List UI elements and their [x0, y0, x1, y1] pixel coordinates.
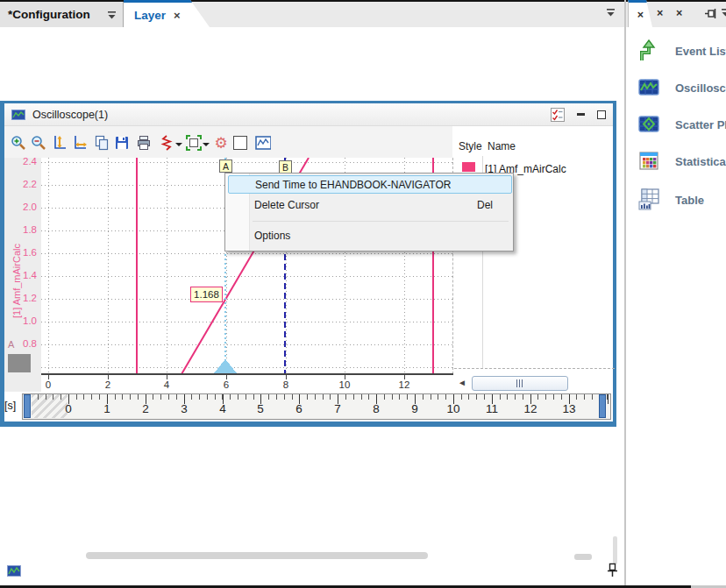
y-tick-label: 1.0 [4, 315, 37, 326]
x-axis-line [41, 373, 453, 375]
zoom-in-icon[interactable] [11, 135, 26, 151]
oscilloscope-window-icon [11, 110, 25, 120]
main-vertical-scrollbar[interactable] [613, 536, 617, 564]
ruler-tick-label: 9 [397, 402, 432, 415]
ruler-tick-label: 2 [128, 402, 163, 415]
cursor-a-flag-label: A [223, 161, 229, 172]
fit-horizontal-icon[interactable] [72, 135, 88, 151]
tab-layer-close-icon[interactable]: × [174, 9, 181, 22]
main-horizontal-scrollbar[interactable] [86, 552, 428, 559]
ruler-tick-label: 7 [320, 402, 355, 415]
signal-cursor-icon[interactable] [159, 135, 174, 151]
x-tick-label: 2 [97, 379, 118, 390]
sidebar-item-statistical-data[interactable]: Statistical Data [638, 151, 726, 174]
name-column-header: Name [488, 140, 516, 152]
signal-list-icon[interactable] [551, 108, 565, 122]
tab-configuration-label: *Configuration [8, 8, 90, 21]
ruler-range-handle-right[interactable] [599, 394, 606, 418]
dock-tab-2-close-icon[interactable]: × [657, 7, 663, 19]
dock-tab-3-close-icon[interactable]: × [676, 7, 682, 19]
minimize-icon[interactable] [577, 113, 585, 116]
cursor-b-flag[interactable]: B [279, 160, 292, 174]
signal-cursor-dropdown-icon[interactable] [175, 143, 182, 146]
cursor-value-text: 1.168 [194, 289, 219, 300]
ruler-tick-label: 3 [167, 402, 202, 415]
context-menu: Send Time to EHANDBOOK-NAVIGATOR Delete … [224, 173, 514, 251]
cursor-b-flag-label: B [282, 162, 288, 173]
menu-item-send-time[interactable]: Send Time to EHANDBOOK-NAVIGATOR [228, 175, 512, 194]
signal-style-swatch[interactable] [462, 162, 475, 172]
menu-item-label: Delete Cursor [254, 199, 319, 211]
menu-item-label: Options [254, 230, 290, 242]
maximize-icon[interactable] [597, 110, 606, 119]
ruler-tick-label: 12 [513, 402, 548, 415]
y-tick-label: 2.4 [4, 156, 37, 166]
x-tick-label: 12 [394, 379, 415, 390]
scope-display-icon[interactable] [255, 135, 271, 151]
menu-separator [253, 221, 509, 222]
y-tick-label: 2.0 [4, 202, 37, 212]
sidebar-item-scatter-plot[interactable]: Scatter Plot [638, 114, 726, 137]
ruler-range-handle-left[interactable] [24, 394, 31, 418]
tool-sidebar: Event List Oscilloscope Scatter Plot [628, 27, 726, 588]
scroll-left-arrow-icon[interactable]: ◄ [458, 378, 466, 387]
pin-icon[interactable] [705, 7, 718, 20]
ruler-tick-label: 1 [89, 402, 125, 415]
dock-divider [624, 0, 626, 588]
horizontal-scrollbar-thumb[interactable] [472, 376, 568, 391]
menu-item-label: Send Time to EHANDBOOK-NAVIGATOR [255, 179, 451, 191]
x-tick-label: 0 [38, 379, 59, 390]
zoom-selection-icon[interactable] [186, 135, 202, 151]
chevron-down-icon[interactable] [107, 11, 117, 20]
save-icon[interactable] [114, 135, 130, 151]
unpin-icon[interactable] [607, 563, 618, 578]
sidebar-item-label: Event List [675, 45, 726, 58]
ruler-tick-label: 5 [243, 402, 278, 415]
ruler-tick-label: 6 [281, 402, 317, 415]
sidebar-item-event-list[interactable]: Event List [638, 40, 726, 63]
panel-bottom-boundary [454, 368, 615, 369]
statistical-data-icon [638, 151, 659, 172]
sidebar-item-label: Table [675, 194, 704, 207]
cursor-value-label: 1.168 [190, 287, 223, 302]
dock-chevron-icon[interactable] [721, 9, 726, 18]
cursor-a-flag[interactable]: A [219, 159, 232, 173]
copy-icon[interactable] [94, 135, 110, 151]
y-tick-label: 1.8 [4, 224, 37, 235]
tab-list-chevron-icon[interactable] [606, 9, 616, 18]
x-tick-label: 10 [334, 379, 355, 390]
y-axis-cursor-a-marker: A [8, 339, 14, 350]
fit-vertical-icon[interactable] [52, 135, 68, 151]
oscilloscope-icon [638, 77, 659, 98]
sidebar-item-oscilloscope[interactable]: Oscilloscope [638, 77, 726, 100]
menu-item-shortcut: Del [477, 199, 493, 211]
y-tick-label: 1.6 [4, 247, 37, 258]
menu-item-options[interactable]: Options [228, 226, 512, 244]
ruler-unit-label: [s] [4, 400, 16, 412]
ruler-tick-label: 11 [474, 402, 509, 415]
menu-item-delete-cursor[interactable]: Delete Cursor Del [228, 195, 512, 214]
ruler-tick-label: 13 [552, 402, 587, 415]
oscilloscope-titlebar[interactable]: Oscilloscope(1) [4, 103, 613, 126]
application-window: *Configuration Layer × × × × Event List [0, 0, 726, 588]
dock-tab-1-close-icon[interactable]: × [637, 9, 644, 21]
empty-box-icon[interactable] [233, 136, 247, 150]
x-tick-label: 4 [156, 379, 177, 390]
tab-configuration[interactable]: *Configuration [0, 2, 124, 27]
oscilloscope-mini-icon[interactable] [7, 565, 21, 577]
print-icon[interactable] [136, 135, 152, 151]
sidebar-item-table[interactable]: Table [638, 188, 726, 212]
oscilloscope-title: Oscilloscope(1) [32, 109, 108, 121]
sidebar-item-label: Statistical Data [675, 155, 726, 168]
settings-gear-icon[interactable]: ⚙ [213, 135, 229, 151]
main-horizontal-scrollbar-end[interactable] [574, 554, 592, 560]
ruler-tick-label: 0 [51, 402, 86, 415]
table-icon [638, 188, 660, 210]
tab-layer-label: Layer [134, 9, 166, 22]
zoom-out-icon[interactable] [31, 135, 46, 151]
scatter-plot-icon [638, 114, 659, 135]
x-tick-label: 8 [275, 379, 296, 390]
zoom-selection-dropdown-icon[interactable] [203, 143, 210, 146]
sidebar-item-label: Oscilloscope [675, 81, 726, 95]
y-axis-scroll-handle[interactable] [8, 354, 31, 372]
